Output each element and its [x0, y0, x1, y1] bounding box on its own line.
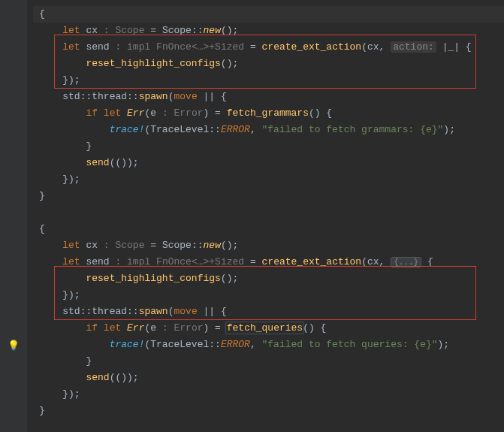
- code-line[interactable]: });: [33, 171, 504, 188]
- code-line[interactable]: });: [33, 287, 504, 304]
- code-line[interactable]: }: [33, 188, 504, 204]
- code-line[interactable]: });: [33, 386, 504, 403]
- code-line[interactable]: let send : impl FnOnce<…>+Sized = create…: [33, 39, 504, 56]
- code-line[interactable]: trace!(TraceLevel::ERROR, "failed to fet…: [33, 337, 504, 353]
- code-line[interactable]: }: [33, 403, 504, 419]
- code-line[interactable]: std::thread::spawn(move || {: [33, 89, 504, 105]
- code-line[interactable]: let cx : Scope = Scope::new();: [33, 23, 504, 39]
- code-line[interactable]: }: [33, 138, 504, 155]
- caret-highlight: fetch_queries: [225, 322, 304, 334]
- code-line[interactable]: }: [33, 353, 504, 370]
- blank-line[interactable]: [33, 204, 504, 221]
- fold-placeholder[interactable]: {...}: [391, 257, 421, 267]
- code-line[interactable]: if let Err(e : Error) = fetch_grammars()…: [33, 105, 504, 122]
- code-line[interactable]: let send : impl FnOnce<…>+Sized = create…: [33, 254, 504, 270]
- code-line[interactable]: {: [33, 221, 504, 237]
- code-line[interactable]: if let Err(e : Error) = fetch_queries() …: [33, 320, 504, 337]
- gutter: 💡: [0, 0, 27, 432]
- code-line[interactable]: std::thread::spawn(move || {: [33, 304, 504, 320]
- inlay-hint: action:: [391, 41, 436, 53]
- intention-bulb-icon[interactable]: 💡: [8, 338, 20, 355]
- code-line[interactable]: });: [33, 72, 504, 89]
- code-line[interactable]: send(());: [33, 370, 504, 386]
- code-editor[interactable]: 💡 { let cx : Scope = Scope::new(); let s…: [0, 0, 504, 432]
- code-line[interactable]: let cx : Scope = Scope::new();: [33, 237, 504, 254]
- code-line[interactable]: reset_highlight_configs();: [33, 56, 504, 72]
- code-line[interactable]: {: [33, 6, 504, 23]
- code-area[interactable]: { let cx : Scope = Scope::new(); let sen…: [27, 0, 504, 432]
- code-line[interactable]: reset_highlight_configs();: [33, 270, 504, 287]
- code-line[interactable]: send(());: [33, 155, 504, 171]
- code-line[interactable]: trace!(TraceLevel::ERROR, "failed to fet…: [33, 122, 504, 138]
